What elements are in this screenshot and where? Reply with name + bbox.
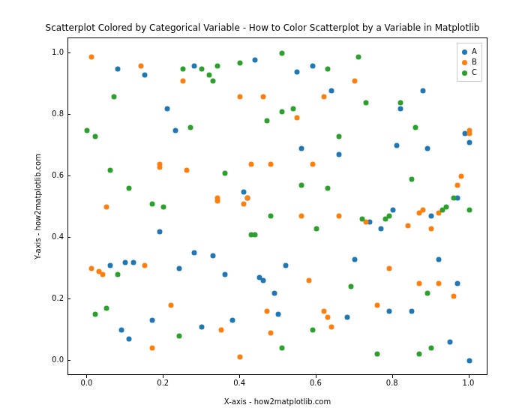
y-tick-label: 0.0 bbox=[52, 356, 64, 364]
x-tick: 0.8 bbox=[377, 379, 407, 387]
data-point bbox=[310, 161, 315, 166]
data-point bbox=[214, 63, 220, 68]
data-point bbox=[214, 195, 220, 200]
data-point bbox=[310, 63, 315, 68]
data-point bbox=[326, 186, 331, 191]
data-point bbox=[88, 266, 94, 271]
data-point bbox=[322, 309, 327, 314]
data-point bbox=[337, 152, 342, 158]
y-axis-label: Y-axis - how2matplotlib.com bbox=[30, 38, 45, 375]
data-point bbox=[344, 315, 350, 320]
data-point bbox=[394, 143, 399, 148]
data-point bbox=[364, 100, 369, 105]
data-point bbox=[352, 256, 357, 262]
data-point bbox=[222, 171, 227, 176]
data-point bbox=[116, 66, 121, 71]
x-tick-label: 0.4 bbox=[233, 379, 245, 387]
data-point bbox=[180, 79, 185, 84]
data-point bbox=[291, 106, 296, 112]
data-point bbox=[158, 229, 163, 234]
data-point bbox=[264, 309, 269, 314]
data-point bbox=[466, 358, 472, 363]
data-point bbox=[386, 266, 392, 271]
data-point bbox=[436, 256, 441, 262]
legend-label: C bbox=[472, 68, 477, 78]
data-point bbox=[207, 73, 212, 78]
y-tick-label: 0.2 bbox=[52, 294, 64, 302]
y-tick-label: 0.6 bbox=[52, 171, 64, 179]
data-point bbox=[455, 183, 460, 188]
data-point bbox=[428, 214, 434, 219]
y-tick-label: 1.0 bbox=[52, 48, 64, 56]
data-point bbox=[130, 260, 136, 265]
data-point bbox=[165, 106, 170, 112]
data-point bbox=[268, 214, 273, 219]
data-point bbox=[116, 272, 121, 278]
data-point bbox=[238, 94, 243, 99]
legend-entry: B bbox=[462, 57, 477, 68]
data-point bbox=[230, 318, 235, 323]
data-point bbox=[452, 195, 457, 200]
data-point bbox=[337, 214, 342, 219]
data-point bbox=[417, 352, 422, 357]
data-point bbox=[326, 66, 331, 71]
data-point bbox=[295, 70, 300, 75]
data-point bbox=[142, 73, 147, 78]
data-point bbox=[92, 134, 98, 139]
data-point bbox=[280, 51, 285, 56]
data-point bbox=[112, 94, 117, 99]
data-point bbox=[298, 183, 304, 188]
data-point bbox=[428, 226, 434, 231]
data-point bbox=[314, 226, 319, 231]
data-point bbox=[448, 340, 453, 345]
data-point bbox=[322, 94, 327, 99]
data-point bbox=[272, 290, 277, 296]
x-tick: 0.4 bbox=[224, 379, 254, 387]
data-point bbox=[424, 146, 430, 152]
y-tick: 0.2 bbox=[41, 295, 64, 302]
figure: Scatterplot Colored by Categorical Varia… bbox=[0, 0, 525, 420]
x-tick-label: 1.0 bbox=[463, 379, 475, 387]
data-point bbox=[298, 146, 304, 152]
legend-swatch bbox=[462, 70, 467, 76]
data-point bbox=[348, 284, 353, 290]
plot-title: Scatterplot Colored by Categorical Varia… bbox=[0, 22, 525, 33]
y-tick: 1.0 bbox=[41, 49, 64, 56]
data-point bbox=[253, 57, 258, 62]
y-tick-label: 0.4 bbox=[52, 232, 64, 241]
data-point bbox=[398, 106, 403, 112]
data-point bbox=[127, 186, 132, 191]
data-point bbox=[184, 167, 189, 172]
data-point bbox=[280, 346, 285, 351]
x-tick-label: 0.2 bbox=[157, 379, 169, 387]
data-point bbox=[192, 250, 197, 256]
y-tick: 0.8 bbox=[41, 110, 64, 118]
data-point bbox=[452, 293, 457, 298]
data-point bbox=[104, 306, 109, 311]
x-tick-label: 0.0 bbox=[81, 379, 93, 387]
data-point bbox=[260, 94, 266, 99]
data-point bbox=[390, 208, 395, 213]
data-point bbox=[123, 260, 128, 265]
data-point bbox=[410, 177, 415, 182]
data-point bbox=[326, 315, 331, 320]
data-point bbox=[268, 330, 273, 335]
y-tick-label: 0.8 bbox=[52, 110, 64, 118]
data-point bbox=[417, 211, 422, 216]
legend-swatch bbox=[462, 50, 467, 55]
data-point bbox=[260, 278, 266, 284]
data-point bbox=[352, 79, 357, 84]
legend-entry: A bbox=[462, 46, 477, 57]
data-point bbox=[436, 281, 441, 286]
data-point bbox=[249, 161, 254, 166]
data-point bbox=[104, 205, 109, 210]
data-point bbox=[218, 327, 224, 332]
data-point bbox=[406, 223, 411, 228]
data-point bbox=[428, 346, 434, 351]
data-point bbox=[386, 309, 392, 314]
data-point bbox=[211, 254, 216, 259]
data-point bbox=[417, 281, 422, 286]
data-point bbox=[295, 116, 300, 121]
data-point bbox=[386, 214, 392, 219]
data-point bbox=[211, 79, 216, 84]
